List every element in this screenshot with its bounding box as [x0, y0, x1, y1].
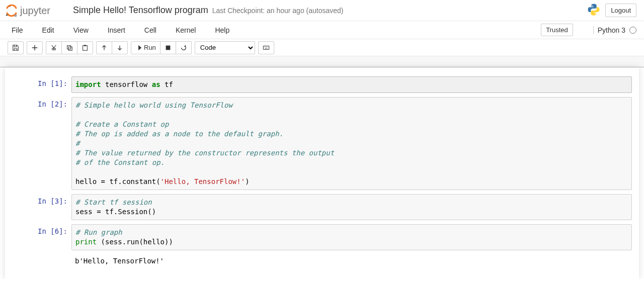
- kernel-name-label: Python 3: [598, 26, 625, 34]
- jupyter-logo[interactable]: jupyter: [5, 4, 65, 18]
- restart-button[interactable]: [176, 41, 192, 54]
- cut-button[interactable]: [46, 41, 62, 54]
- notebook-header: jupyter Simple Hello! Tensorflow program…: [0, 0, 644, 21]
- interrupt-button[interactable]: [160, 41, 176, 54]
- arrow-up-icon: [101, 44, 108, 51]
- keyboard-icon: [263, 44, 270, 51]
- code-cell[interactable]: In [2]:# Simple hello world using Tensor…: [12, 97, 632, 190]
- cell-type-select[interactable]: Code: [195, 41, 255, 54]
- move-up-button[interactable]: [96, 41, 112, 54]
- menubar: FileEditViewInsertCellKernelHelp Trusted…: [0, 21, 644, 39]
- code-cell[interactable]: In [6]:# Run graph print (sess.run(hello…: [12, 224, 632, 250]
- menu-insert[interactable]: Insert: [104, 22, 133, 38]
- trusted-button[interactable]: Trusted: [541, 24, 573, 36]
- code-input[interactable]: # Run graph print (sess.run(hello)): [71, 224, 632, 250]
- svg-rect-5: [83, 45, 88, 50]
- checkpoint-status: Last Checkpoint: an hour ago (autosaved): [212, 7, 344, 15]
- menu-cell[interactable]: Cell: [140, 22, 165, 38]
- output-prompt: [12, 254, 71, 266]
- copy-button[interactable]: [62, 41, 77, 54]
- plus-icon: [31, 44, 38, 51]
- menu-edit[interactable]: Edit: [38, 22, 62, 38]
- code-cell[interactable]: In [1]:import tensorflow as tf: [12, 76, 632, 93]
- code-input[interactable]: # Start tf session sess = tf.Session(): [71, 194, 632, 220]
- input-prompt: In [3]:: [12, 194, 71, 220]
- command-palette-button[interactable]: [258, 41, 274, 54]
- run-label: Run: [144, 44, 156, 51]
- input-prompt: In [6]:: [12, 224, 71, 250]
- move-down-button[interactable]: [112, 41, 128, 54]
- insert-cell-button[interactable]: [27, 41, 43, 54]
- output-row: b'Hello, TensorFlow!': [12, 254, 632, 266]
- stop-icon: [165, 44, 172, 51]
- logout-button[interactable]: Logout: [605, 4, 636, 17]
- logo-text: jupyter: [20, 5, 50, 16]
- cell-output: b'Hello, TensorFlow!': [71, 254, 632, 266]
- paste-icon: [82, 44, 89, 51]
- svg-point-1: [15, 14, 17, 17]
- notebook-container: In [1]:import tensorflow as tfIn [2]:# S…: [5, 67, 639, 279]
- svg-rect-4: [68, 47, 72, 50]
- save-icon: [12, 44, 19, 51]
- svg-rect-3: [67, 45, 71, 49]
- menu-kernel[interactable]: Kernel: [172, 22, 204, 38]
- svg-rect-7: [166, 45, 170, 50]
- svg-rect-6: [84, 45, 86, 46]
- input-prompt: In [2]:: [12, 97, 71, 190]
- code-input[interactable]: import tensorflow as tf: [71, 76, 632, 93]
- input-prompt: In [1]:: [12, 76, 71, 93]
- python-icon: [587, 3, 600, 18]
- svg-point-2: [6, 14, 8, 16]
- notebook-title[interactable]: Simple Hello! Tensorflow program: [73, 5, 208, 16]
- separator-band: [0, 56, 644, 67]
- save-button[interactable]: [8, 41, 24, 54]
- run-icon: [135, 44, 142, 51]
- kernel-idle-icon: [629, 27, 636, 34]
- code-input[interactable]: # Simple hello world using TensorFlow # …: [71, 97, 632, 190]
- arrow-down-icon: [116, 44, 123, 51]
- code-cell[interactable]: In [3]:# Start tf session sess = tf.Sess…: [12, 194, 632, 220]
- paste-button[interactable]: [77, 41, 93, 54]
- scissors-icon: [50, 44, 57, 51]
- svg-rect-8: [263, 46, 269, 49]
- copy-icon: [66, 44, 73, 51]
- run-button[interactable]: Run: [131, 41, 160, 54]
- restart-icon: [180, 44, 187, 51]
- kernel-indicator[interactable]: Python 3: [593, 26, 636, 34]
- menu-file[interactable]: File: [8, 22, 31, 38]
- menu-view[interactable]: View: [69, 22, 97, 38]
- toolbar: Run Code: [0, 39, 644, 56]
- menu-help[interactable]: Help: [211, 22, 237, 38]
